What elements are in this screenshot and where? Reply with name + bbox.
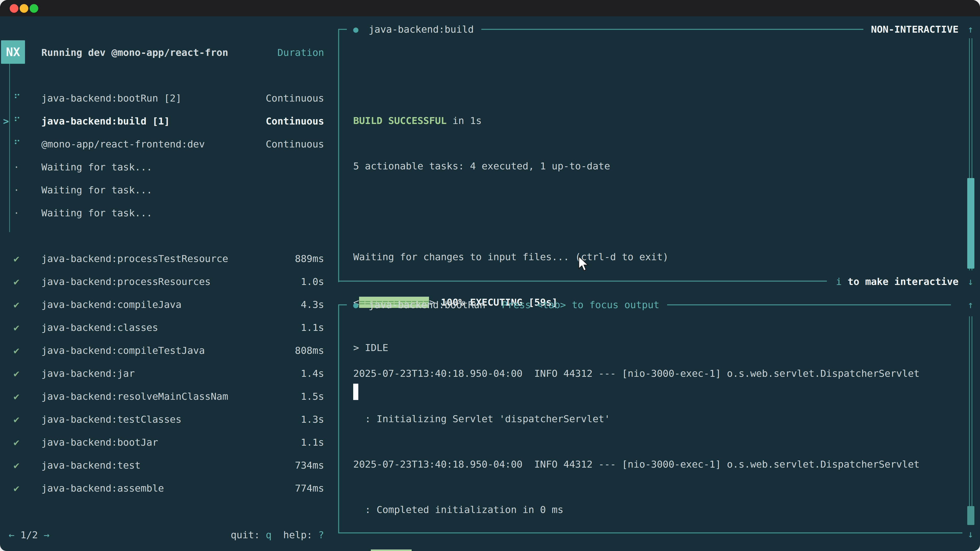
- completed-task-row[interactable]: ✔ java-backend:compileJava 4.3s: [0, 293, 329, 316]
- build-successful-text: BUILD SUCCESSFUL: [353, 115, 447, 126]
- scrollbar-thumb[interactable]: [967, 506, 974, 525]
- completed-task-row[interactable]: ✔ java-backend:resolveMainClassNam 1.5s: [0, 385, 329, 408]
- build-panel-title: java-backend:build: [369, 24, 474, 35]
- completed-task-row[interactable]: ✔ java-backend:bootJar 1.1s: [0, 431, 329, 454]
- spinner-icon: ⠋: [14, 110, 21, 133]
- check-icon: ✔: [14, 247, 19, 270]
- task-duration: 774ms: [295, 477, 324, 500]
- task-row-waiting[interactable]: · Waiting for task...: [0, 179, 329, 202]
- panel-left-border: [338, 304, 339, 534]
- sidebar-title: Running dev @mono-app/react-fron: [41, 41, 228, 64]
- completed-task-list: ✔ java-backend:processTestResource 889ms…: [0, 247, 329, 500]
- completed-task-row[interactable]: ✔ java-backend:compileTestJava 808ms: [0, 339, 329, 362]
- scroll-down-icon[interactable]: ↓: [962, 270, 979, 293]
- interactive-hint: i to make interactive: [836, 270, 959, 293]
- task-duration: Continuous: [266, 87, 324, 110]
- check-icon: ✔: [14, 316, 19, 339]
- sidebar-footer: ← 1/2 → quit: q help: ?: [0, 524, 329, 546]
- window-titlebar: [0, 0, 980, 16]
- completed-task-row[interactable]: ✔ java-backend:test 734ms: [0, 454, 329, 477]
- scrollbar-thumb[interactable]: [967, 178, 974, 268]
- mouse-pointer-icon: [578, 256, 590, 275]
- task-name: java-backend:jar: [41, 362, 135, 385]
- task-duration: 808ms: [295, 339, 324, 362]
- task-name: java-backend:processTestResource: [41, 247, 228, 270]
- build-success-line: BUILD SUCCESSFUL in 1s: [353, 109, 668, 132]
- focus-output-hint: Press <tab> to focus output: [502, 299, 659, 310]
- running-task-list: ⠋ java-backend:bootRun [2] Continuous > …: [0, 87, 329, 224]
- task-duration: 734ms: [295, 454, 324, 477]
- header-rule: [481, 29, 863, 30]
- task-duration: 4.3s: [301, 293, 324, 316]
- task-name: Waiting for task...: [41, 179, 152, 202]
- task-name: @mono-app/react-frontend:dev: [41, 133, 205, 156]
- close-button[interactable]: [10, 4, 18, 13]
- hint-key: i: [836, 276, 842, 287]
- scrollbar-track[interactable]: [969, 316, 972, 524]
- task-name: java-backend:compileTestJava: [41, 339, 205, 362]
- panel-corner: [338, 29, 347, 30]
- minimize-button[interactable]: [20, 4, 28, 13]
- panel-bottom-border: [338, 532, 963, 534]
- completed-task-row[interactable]: ✔ java-backend:testClasses 1.3s: [0, 408, 329, 431]
- hint-text: to make interactive: [842, 276, 959, 287]
- task-duration: 1.0s: [301, 270, 324, 293]
- help-label: help:: [272, 529, 318, 540]
- task-name: java-backend:testClasses: [41, 408, 181, 431]
- task-name: java-backend:test: [41, 454, 141, 477]
- completed-task-row[interactable]: ✔ java-backend:classes 1.1s: [0, 316, 329, 339]
- task-duration: 1.3s: [301, 408, 324, 431]
- task-row[interactable]: ⠋ @mono-app/react-frontend:dev Continuou…: [0, 133, 329, 156]
- bootrun-panel-header: ● java-backend:bootRun Press <tab> to fo…: [353, 293, 959, 316]
- check-icon: ✔: [14, 270, 19, 293]
- log-line: : Completed initialization in 0 ms: [353, 498, 920, 521]
- zoom-button[interactable]: [30, 4, 38, 13]
- panel-left-border: [338, 29, 339, 282]
- check-icon: ✔: [14, 339, 19, 362]
- next-page-arrow-icon[interactable]: →: [44, 529, 49, 540]
- selection-arrow-icon: >: [3, 110, 9, 133]
- task-row-waiting[interactable]: · Waiting for task...: [0, 202, 329, 224]
- task-duration: 1.5s: [301, 385, 324, 408]
- pending-dot-icon: ·: [14, 156, 19, 179]
- bootrun-panel-title: java-backend:bootRun: [369, 299, 485, 310]
- panel-bottom-border: [338, 281, 827, 282]
- page-indicator: [14, 529, 21, 540]
- scroll-up-icon[interactable]: ↑: [962, 293, 979, 316]
- completed-task-row[interactable]: ✔ java-backend:processTestResource 889ms: [0, 247, 329, 270]
- progress-open: <<<: [353, 549, 371, 551]
- pending-dot-icon: ·: [14, 179, 19, 202]
- sidebar-header: Running dev @mono-app/react-fron Duratio…: [0, 41, 329, 64]
- task-sidebar: NX Running dev @mono-app/react-fron Dura…: [0, 16, 329, 551]
- completed-task-row[interactable]: ✔ java-backend:jar 1.4s: [0, 362, 329, 385]
- spinner-icon: ⠋: [14, 133, 21, 156]
- task-duration: Continuous: [266, 133, 324, 156]
- quit-key: q: [266, 529, 272, 540]
- build-panel-header: ● java-backend:build NON-INTERACTIVE: [353, 18, 959, 41]
- task-row[interactable]: ⠋ java-backend:bootRun [2] Continuous: [0, 87, 329, 110]
- spacer: [38, 529, 44, 540]
- task-row-waiting[interactable]: · Waiting for task...: [0, 156, 329, 179]
- panel-corner: [338, 304, 347, 305]
- task-bullet-icon: ●: [353, 24, 358, 35]
- task-bullet-icon: ●: [353, 300, 358, 310]
- scroll-up-icon[interactable]: ↑: [962, 18, 979, 41]
- task-duration: 1.1s: [301, 431, 324, 454]
- spinner-icon: ⠋: [14, 87, 21, 110]
- task-name: Waiting for task...: [41, 156, 152, 179]
- progress-label: 80% EXECUTING [59s]: [435, 549, 552, 551]
- progress-dashes: --->: [412, 549, 435, 551]
- page-number: 1/2: [21, 529, 38, 540]
- prev-page-arrow-icon[interactable]: ←: [9, 529, 14, 540]
- log-line: 2025-07-23T13:40:18.950-04:00 INFO 44312…: [353, 362, 920, 385]
- build-time-text: in 1s: [447, 115, 482, 126]
- task-name: java-backend:classes: [41, 316, 158, 339]
- scroll-down-icon[interactable]: ↓: [962, 523, 979, 546]
- completed-task-row[interactable]: ✔ java-backend:processResources 1.0s: [0, 270, 329, 293]
- task-row-selected[interactable]: > ⠋ java-backend:build [1] Continuous: [0, 110, 329, 133]
- waiting-changes-line: Waiting for changes to input files... (c…: [353, 245, 668, 268]
- task-duration: Continuous: [266, 110, 324, 133]
- pending-dot-icon: ·: [14, 202, 19, 224]
- completed-task-row[interactable]: ✔ java-backend:assemble 774ms: [0, 477, 329, 500]
- task-duration: 1.1s: [301, 316, 324, 339]
